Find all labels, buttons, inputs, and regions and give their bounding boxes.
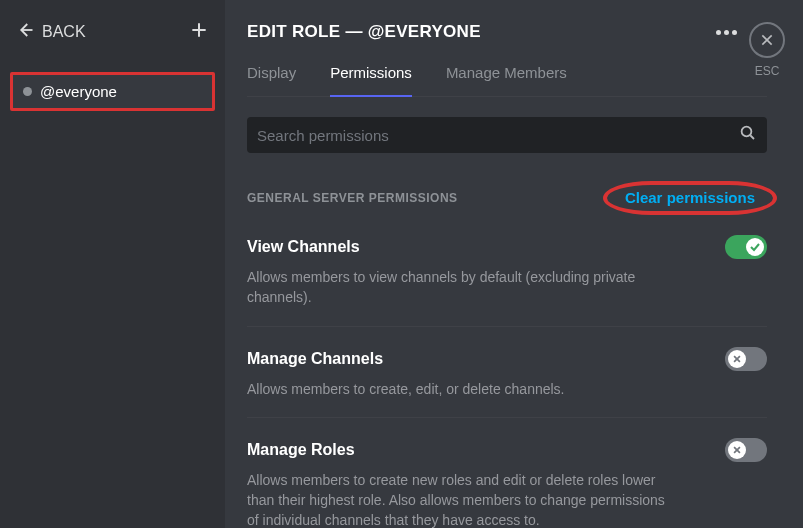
permission-title: View Channels <box>247 238 360 256</box>
check-icon <box>746 238 764 256</box>
toggle-manage-channels[interactable] <box>725 347 767 371</box>
permission-manage-roles: Manage Roles Allows members to create ne… <box>247 418 767 528</box>
sidebar-header: BACK <box>10 20 215 60</box>
permission-desc: Allows members to create new roles and e… <box>247 470 667 528</box>
back-label: BACK <box>42 23 86 41</box>
search-box <box>247 117 767 153</box>
tab-manage-members[interactable]: Manage Members <box>446 64 567 96</box>
svg-line-6 <box>750 135 754 139</box>
section-title: GENERAL SERVER PERMISSIONS <box>247 191 458 205</box>
close-wrap: ESC <box>749 22 785 78</box>
role-name: @everyone <box>40 83 117 100</box>
tab-display[interactable]: Display <box>247 64 296 96</box>
x-icon <box>728 350 746 368</box>
permission-desc: Allows members to create, edit, or delet… <box>247 379 667 399</box>
tab-permissions[interactable]: Permissions <box>330 64 412 97</box>
search-icon <box>739 124 757 146</box>
permission-manage-channels: Manage Channels Allows members to create… <box>247 327 767 418</box>
roles-sidebar: BACK @everyone <box>0 0 225 528</box>
role-list-item-everyone[interactable]: @everyone <box>10 72 215 111</box>
highlight-ring: Clear permissions <box>603 181 777 215</box>
svg-point-5 <box>742 127 752 137</box>
main-panel: EDIT ROLE — @EVERYONE ESC Display Permis… <box>225 0 803 528</box>
add-role-button[interactable] <box>189 20 209 44</box>
back-button[interactable]: BACK <box>16 21 86 43</box>
close-button[interactable] <box>749 22 785 58</box>
permission-title: Manage Channels <box>247 350 383 368</box>
toggle-manage-roles[interactable] <box>725 438 767 462</box>
toggle-view-channels[interactable] <box>725 235 767 259</box>
clear-permissions-link[interactable]: Clear permissions <box>615 186 765 209</box>
x-icon <box>728 441 746 459</box>
permission-view-channels: View Channels Allows members to view cha… <box>247 215 767 327</box>
tabs: Display Permissions Manage Members <box>247 64 767 97</box>
page-title: EDIT ROLE — @EVERYONE <box>247 22 767 42</box>
search-input[interactable] <box>257 127 739 144</box>
more-options-button[interactable] <box>716 30 737 35</box>
permission-desc: Allows members to view channels by defau… <box>247 267 667 308</box>
section-header: GENERAL SERVER PERMISSIONS Clear permiss… <box>247 181 767 215</box>
arrow-left-icon <box>16 21 34 43</box>
permission-title: Manage Roles <box>247 441 355 459</box>
esc-label: ESC <box>749 64 785 78</box>
role-color-dot <box>23 87 32 96</box>
